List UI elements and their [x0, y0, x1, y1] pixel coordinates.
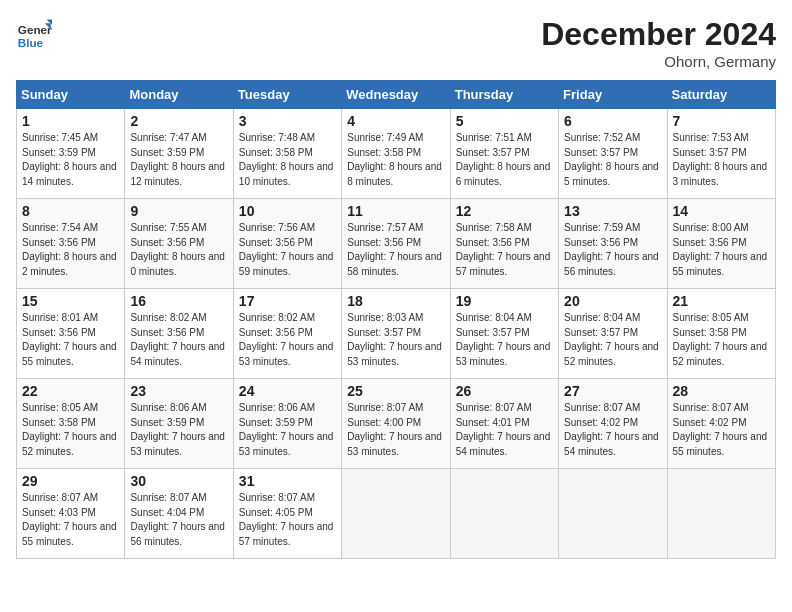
day-number: 29 [22, 473, 119, 489]
calendar-cell: 22Sunrise: 8:05 AMSunset: 3:58 PMDayligh… [17, 379, 125, 469]
calendar-cell: 7Sunrise: 7:53 AMSunset: 3:57 PMDaylight… [667, 109, 775, 199]
calendar-week-row: 1Sunrise: 7:45 AMSunset: 3:59 PMDaylight… [17, 109, 776, 199]
cell-details: Sunrise: 8:05 AMSunset: 3:58 PMDaylight:… [22, 401, 119, 459]
day-number: 16 [130, 293, 227, 309]
cell-details: Sunrise: 8:00 AMSunset: 3:56 PMDaylight:… [673, 221, 770, 279]
cell-details: Sunrise: 7:49 AMSunset: 3:58 PMDaylight:… [347, 131, 444, 189]
cell-details: Sunrise: 8:07 AMSunset: 4:02 PMDaylight:… [564, 401, 661, 459]
day-number: 30 [130, 473, 227, 489]
day-number: 11 [347, 203, 444, 219]
cell-details: Sunrise: 7:47 AMSunset: 3:59 PMDaylight:… [130, 131, 227, 189]
day-number: 6 [564, 113, 661, 129]
cell-details: Sunrise: 8:01 AMSunset: 3:56 PMDaylight:… [22, 311, 119, 369]
calendar-cell: 19Sunrise: 8:04 AMSunset: 3:57 PMDayligh… [450, 289, 558, 379]
title-area: December 2024 Ohorn, Germany [541, 16, 776, 70]
cell-details: Sunrise: 8:02 AMSunset: 3:56 PMDaylight:… [239, 311, 336, 369]
calendar-cell: 21Sunrise: 8:05 AMSunset: 3:58 PMDayligh… [667, 289, 775, 379]
calendar-cell: 20Sunrise: 8:04 AMSunset: 3:57 PMDayligh… [559, 289, 667, 379]
day-number: 7 [673, 113, 770, 129]
cell-details: Sunrise: 7:58 AMSunset: 3:56 PMDaylight:… [456, 221, 553, 279]
day-number: 21 [673, 293, 770, 309]
weekday-header-friday: Friday [559, 81, 667, 109]
calendar-cell: 17Sunrise: 8:02 AMSunset: 3:56 PMDayligh… [233, 289, 341, 379]
cell-details: Sunrise: 8:06 AMSunset: 3:59 PMDaylight:… [130, 401, 227, 459]
calendar-cell: 2Sunrise: 7:47 AMSunset: 3:59 PMDaylight… [125, 109, 233, 199]
weekday-header-row: SundayMondayTuesdayWednesdayThursdayFrid… [17, 81, 776, 109]
weekday-header-monday: Monday [125, 81, 233, 109]
day-number: 22 [22, 383, 119, 399]
day-number: 4 [347, 113, 444, 129]
calendar-cell: 5Sunrise: 7:51 AMSunset: 3:57 PMDaylight… [450, 109, 558, 199]
svg-text:Blue: Blue [18, 36, 44, 49]
calendar-cell: 1Sunrise: 7:45 AMSunset: 3:59 PMDaylight… [17, 109, 125, 199]
calendar-cell: 18Sunrise: 8:03 AMSunset: 3:57 PMDayligh… [342, 289, 450, 379]
cell-details: Sunrise: 8:07 AMSunset: 4:03 PMDaylight:… [22, 491, 119, 549]
month-title: December 2024 [541, 16, 776, 53]
calendar-cell: 16Sunrise: 8:02 AMSunset: 3:56 PMDayligh… [125, 289, 233, 379]
cell-details: Sunrise: 8:03 AMSunset: 3:57 PMDaylight:… [347, 311, 444, 369]
cell-details: Sunrise: 8:07 AMSunset: 4:02 PMDaylight:… [673, 401, 770, 459]
cell-details: Sunrise: 7:54 AMSunset: 3:56 PMDaylight:… [22, 221, 119, 279]
calendar-cell: 12Sunrise: 7:58 AMSunset: 3:56 PMDayligh… [450, 199, 558, 289]
cell-details: Sunrise: 8:06 AMSunset: 3:59 PMDaylight:… [239, 401, 336, 459]
weekday-header-wednesday: Wednesday [342, 81, 450, 109]
calendar-cell: 13Sunrise: 7:59 AMSunset: 3:56 PMDayligh… [559, 199, 667, 289]
cell-details: Sunrise: 7:59 AMSunset: 3:56 PMDaylight:… [564, 221, 661, 279]
calendar-cell: 14Sunrise: 8:00 AMSunset: 3:56 PMDayligh… [667, 199, 775, 289]
calendar-cell [667, 469, 775, 559]
day-number: 15 [22, 293, 119, 309]
day-number: 8 [22, 203, 119, 219]
calendar-cell: 30Sunrise: 8:07 AMSunset: 4:04 PMDayligh… [125, 469, 233, 559]
calendar-cell [559, 469, 667, 559]
calendar-cell [450, 469, 558, 559]
day-number: 14 [673, 203, 770, 219]
day-number: 19 [456, 293, 553, 309]
location-title: Ohorn, Germany [541, 53, 776, 70]
cell-details: Sunrise: 8:07 AMSunset: 4:01 PMDaylight:… [456, 401, 553, 459]
day-number: 2 [130, 113, 227, 129]
calendar-cell: 27Sunrise: 8:07 AMSunset: 4:02 PMDayligh… [559, 379, 667, 469]
day-number: 25 [347, 383, 444, 399]
logo-icon: General Blue [16, 16, 52, 52]
page-header: General Blue December 2024 Ohorn, German… [16, 16, 776, 70]
calendar-cell: 24Sunrise: 8:06 AMSunset: 3:59 PMDayligh… [233, 379, 341, 469]
calendar-cell: 4Sunrise: 7:49 AMSunset: 3:58 PMDaylight… [342, 109, 450, 199]
calendar-cell: 15Sunrise: 8:01 AMSunset: 3:56 PMDayligh… [17, 289, 125, 379]
calendar-cell: 26Sunrise: 8:07 AMSunset: 4:01 PMDayligh… [450, 379, 558, 469]
weekday-header-sunday: Sunday [17, 81, 125, 109]
calendar-cell [342, 469, 450, 559]
calendar-cell: 11Sunrise: 7:57 AMSunset: 3:56 PMDayligh… [342, 199, 450, 289]
cell-details: Sunrise: 7:51 AMSunset: 3:57 PMDaylight:… [456, 131, 553, 189]
calendar-week-row: 15Sunrise: 8:01 AMSunset: 3:56 PMDayligh… [17, 289, 776, 379]
cell-details: Sunrise: 7:56 AMSunset: 3:56 PMDaylight:… [239, 221, 336, 279]
cell-details: Sunrise: 8:04 AMSunset: 3:57 PMDaylight:… [456, 311, 553, 369]
cell-details: Sunrise: 7:53 AMSunset: 3:57 PMDaylight:… [673, 131, 770, 189]
day-number: 9 [130, 203, 227, 219]
calendar-cell: 23Sunrise: 8:06 AMSunset: 3:59 PMDayligh… [125, 379, 233, 469]
day-number: 10 [239, 203, 336, 219]
cell-details: Sunrise: 7:57 AMSunset: 3:56 PMDaylight:… [347, 221, 444, 279]
cell-details: Sunrise: 8:05 AMSunset: 3:58 PMDaylight:… [673, 311, 770, 369]
weekday-header-saturday: Saturday [667, 81, 775, 109]
cell-details: Sunrise: 8:02 AMSunset: 3:56 PMDaylight:… [130, 311, 227, 369]
day-number: 28 [673, 383, 770, 399]
cell-details: Sunrise: 7:45 AMSunset: 3:59 PMDaylight:… [22, 131, 119, 189]
calendar-cell: 9Sunrise: 7:55 AMSunset: 3:56 PMDaylight… [125, 199, 233, 289]
cell-details: Sunrise: 7:52 AMSunset: 3:57 PMDaylight:… [564, 131, 661, 189]
calendar-table: SundayMondayTuesdayWednesdayThursdayFrid… [16, 80, 776, 559]
cell-details: Sunrise: 8:07 AMSunset: 4:05 PMDaylight:… [239, 491, 336, 549]
cell-details: Sunrise: 7:48 AMSunset: 3:58 PMDaylight:… [239, 131, 336, 189]
weekday-header-tuesday: Tuesday [233, 81, 341, 109]
day-number: 24 [239, 383, 336, 399]
day-number: 18 [347, 293, 444, 309]
calendar-cell: 8Sunrise: 7:54 AMSunset: 3:56 PMDaylight… [17, 199, 125, 289]
day-number: 23 [130, 383, 227, 399]
calendar-cell: 10Sunrise: 7:56 AMSunset: 3:56 PMDayligh… [233, 199, 341, 289]
calendar-cell: 28Sunrise: 8:07 AMSunset: 4:02 PMDayligh… [667, 379, 775, 469]
calendar-week-row: 22Sunrise: 8:05 AMSunset: 3:58 PMDayligh… [17, 379, 776, 469]
day-number: 13 [564, 203, 661, 219]
calendar-cell: 31Sunrise: 8:07 AMSunset: 4:05 PMDayligh… [233, 469, 341, 559]
day-number: 12 [456, 203, 553, 219]
calendar-cell: 3Sunrise: 7:48 AMSunset: 3:58 PMDaylight… [233, 109, 341, 199]
day-number: 20 [564, 293, 661, 309]
